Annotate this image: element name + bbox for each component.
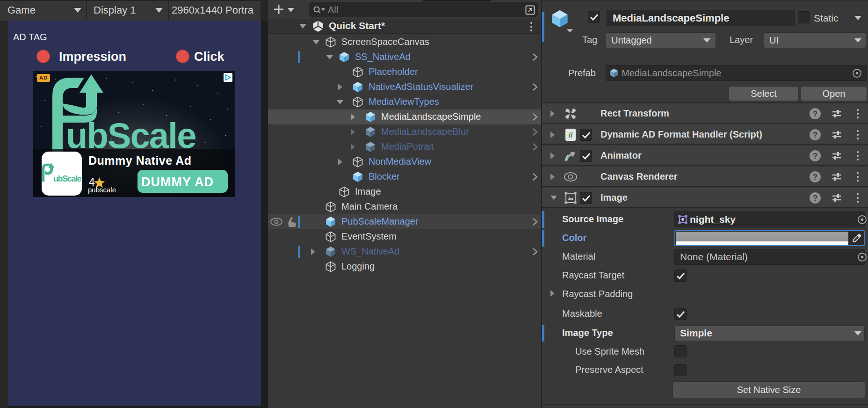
svg-text:?: ? (813, 152, 817, 160)
svg-text:ubScale: ubScale (53, 174, 82, 183)
svg-text:?: ? (813, 173, 817, 182)
svg-text:?: ? (813, 109, 817, 118)
svg-text:?: ? (813, 194, 817, 203)
svg-text:?: ? (813, 131, 817, 139)
svg-text:#: # (568, 130, 573, 140)
